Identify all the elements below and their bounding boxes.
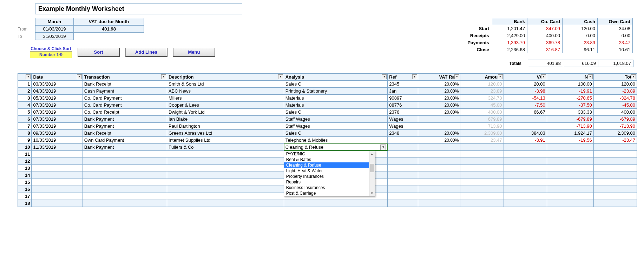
row-number[interactable]: 9: [18, 137, 32, 144]
cell-description[interactable]: Dwight & York Ltd: [167, 109, 284, 116]
empty-cell[interactable]: [547, 158, 593, 165]
dropdown-option[interactable]: Light, Heat & Water: [284, 168, 369, 174]
cell-description[interactable]: Smith & Sons Ltd: [167, 81, 284, 88]
cell-net[interactable]: -713.90: [547, 123, 593, 130]
empty-cell[interactable]: [32, 179, 83, 186]
cell-net[interactable]: -19.91: [547, 88, 593, 95]
empty-cell[interactable]: [460, 193, 504, 200]
empty-cell[interactable]: [547, 165, 593, 172]
cell-amount[interactable]: 23.89: [460, 88, 504, 95]
cell-transaction[interactable]: Co. Card Payment: [83, 95, 167, 102]
cell-description[interactable]: Millers: [167, 95, 284, 102]
empty-cell[interactable]: [32, 193, 83, 200]
cell-vat[interactable]: 66.67: [504, 109, 547, 116]
col-vat[interactable]: VAT▼: [504, 74, 547, 81]
filter-icon[interactable]: ▼: [382, 74, 387, 79]
empty-cell[interactable]: [460, 165, 504, 172]
cell-vat[interactable]: -54.13: [504, 95, 547, 102]
cell-vatrate[interactable]: 20.00%: [418, 109, 460, 116]
empty-cell[interactable]: [83, 158, 167, 165]
cell-transaction[interactable]: Co. Card Receipt: [83, 109, 167, 116]
summary-cell[interactable]: -23.89: [563, 39, 598, 46]
dropdown-option[interactable]: Property Insurances: [284, 174, 369, 179]
cell-date[interactable]: 07/03/2019: [32, 123, 83, 130]
empty-cell[interactable]: [32, 186, 83, 193]
cell-transaction[interactable]: Co. Card Payment: [83, 102, 167, 109]
col-transaction[interactable]: Transaction▼: [83, 74, 167, 81]
empty-cell[interactable]: [32, 172, 83, 179]
cell-ref[interactable]: Jan: [388, 88, 418, 95]
row-number[interactable]: 3: [18, 95, 32, 102]
cell-amount[interactable]: 23.47: [460, 137, 504, 144]
cell-date[interactable]: 10/03/2019: [32, 137, 83, 144]
empty-cell[interactable]: [167, 172, 284, 179]
row-number[interactable]: 15: [18, 179, 32, 186]
empty-cell[interactable]: [167, 165, 284, 172]
dropdown-option[interactable]: Rent & Rates: [284, 157, 369, 162]
cell-net[interactable]: -37.50: [547, 102, 593, 109]
cell-total[interactable]: -324.78: [593, 95, 637, 102]
empty-cell[interactable]: [593, 172, 637, 179]
empty-cell[interactable]: [167, 193, 284, 200]
cell-date[interactable]: 04/03/2019: [32, 88, 83, 95]
empty-cell[interactable]: [504, 165, 547, 172]
empty-cell[interactable]: [593, 193, 637, 200]
dropdown-option[interactable]: Cleaning & Refuse: [284, 162, 369, 168]
filter-icon[interactable]: ▼: [498, 74, 503, 79]
cell-total[interactable]: -23.47: [593, 137, 637, 144]
empty-cell[interactable]: [388, 172, 418, 179]
summary-cell[interactable]: 2,429.00: [492, 32, 527, 39]
col-vatrate[interactable]: VAT Rate▼: [418, 74, 460, 81]
cell-analysis[interactable]: Materials: [284, 95, 388, 102]
empty-cell[interactable]: [167, 200, 284, 207]
empty-cell[interactable]: [547, 193, 593, 200]
row-number[interactable]: 18: [18, 200, 32, 207]
filter-icon[interactable]: ▼: [454, 74, 459, 79]
filter-icon[interactable]: ▼: [26, 74, 31, 79]
summary-cell[interactable]: -316.87: [527, 46, 563, 53]
empty-cell[interactable]: [167, 186, 284, 193]
empty-cell[interactable]: [388, 186, 418, 193]
empty-cell[interactable]: [167, 151, 284, 158]
filter-icon[interactable]: ▼: [412, 74, 417, 79]
cell-transaction[interactable]: Bank Payment: [83, 116, 167, 123]
cell-ref[interactable]: 2376: [388, 109, 418, 116]
empty-cell[interactable]: [593, 200, 637, 207]
cell-net[interactable]: -19.56: [547, 137, 593, 144]
dropdown-option[interactable]: Repairs: [284, 179, 369, 185]
cell-description[interactable]: Internet Supplies Ltd: [167, 137, 284, 144]
cell-vat[interactable]: 20.00: [504, 81, 547, 88]
filter-icon[interactable]: ▼: [278, 74, 283, 79]
cell-ref[interactable]: Wages: [388, 116, 418, 123]
cell-date[interactable]: 07/03/2019: [32, 102, 83, 109]
cell-total[interactable]: -23.89: [593, 88, 637, 95]
cell-vatrate[interactable]: 20.00%: [418, 95, 460, 102]
empty-cell[interactable]: [593, 165, 637, 172]
cell-transaction[interactable]: Bank Receipt: [83, 81, 167, 88]
cell-analysis[interactable]: Staff Wages: [284, 123, 388, 130]
cell-net[interactable]: [547, 144, 593, 151]
sort-range[interactable]: Number 1-9: [30, 51, 72, 58]
empty-cell[interactable]: [32, 158, 83, 165]
to-date[interactable]: 31/03/2019: [35, 33, 74, 40]
summary-cell[interactable]: 0.00: [563, 32, 598, 39]
cell-amount[interactable]: 713.90: [460, 123, 504, 130]
cell-net[interactable]: -679.89: [547, 116, 593, 123]
empty-cell[interactable]: [504, 193, 547, 200]
scroll-down-icon[interactable]: ▼: [369, 190, 375, 196]
row-number[interactable]: 13: [18, 165, 32, 172]
cell-ref[interactable]: 90897: [388, 95, 418, 102]
filter-icon[interactable]: ▼: [588, 74, 593, 79]
cell-net[interactable]: 100.00: [547, 81, 593, 88]
empty-cell[interactable]: [167, 179, 284, 186]
empty-cell[interactable]: [418, 193, 460, 200]
cell-ref[interactable]: [388, 144, 418, 151]
dropdown-option[interactable]: Post & Carriage: [284, 190, 369, 196]
cell-ref[interactable]: Wages: [388, 123, 418, 130]
cell-analysis[interactable]: Sales C: [284, 81, 388, 88]
cell-vat[interactable]: -7.50: [504, 102, 547, 109]
cell-vatrate[interactable]: [418, 116, 460, 123]
cell-ref[interactable]: 2348: [388, 130, 418, 137]
cell-transaction[interactable]: Bank Payment: [83, 123, 167, 130]
cell-date[interactable]: 05/03/2019: [32, 95, 83, 102]
